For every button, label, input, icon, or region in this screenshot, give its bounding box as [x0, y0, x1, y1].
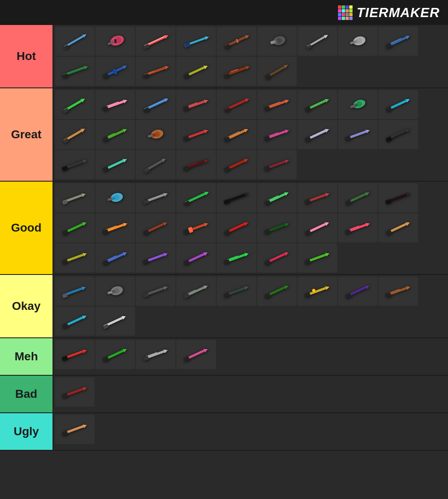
list-item[interactable]: [378, 120, 418, 149]
list-item[interactable]: [257, 277, 297, 306]
list-item[interactable]: [176, 340, 216, 369]
list-item[interactable]: [55, 120, 95, 149]
list-item[interactable]: [136, 90, 175, 119]
list-item[interactable]: [338, 277, 378, 306]
list-item[interactable]: [217, 243, 256, 272]
list-item[interactable]: [176, 90, 216, 119]
list-item[interactable]: [95, 120, 135, 149]
list-item[interactable]: [176, 120, 216, 149]
list-item[interactable]: [217, 150, 256, 179]
list-item[interactable]: [338, 27, 378, 56]
list-item[interactable]: [95, 277, 135, 306]
tier-items-hot: [53, 25, 448, 87]
list-item[interactable]: [136, 340, 175, 369]
list-item[interactable]: [55, 307, 95, 336]
list-item[interactable]: [55, 150, 95, 179]
list-item[interactable]: [95, 307, 135, 336]
list-item[interactable]: [55, 90, 95, 119]
list-item[interactable]: [176, 277, 216, 306]
list-item[interactable]: [95, 90, 135, 119]
list-item[interactable]: [257, 57, 297, 86]
tiermaker-logo: TiERMAKER: [357, 5, 440, 20]
list-item[interactable]: [176, 243, 216, 272]
list-item[interactable]: [217, 90, 256, 119]
list-item[interactable]: [338, 183, 378, 212]
list-item[interactable]: [378, 277, 418, 306]
list-item[interactable]: [298, 183, 337, 212]
list-item[interactable]: [217, 120, 256, 149]
logo-pixel: [349, 9, 353, 12]
logo-pixel: [345, 17, 349, 20]
tier-label-meh: Meh: [0, 338, 53, 375]
list-item[interactable]: [136, 213, 175, 242]
tier-row-good: Good: [0, 182, 448, 275]
list-item[interactable]: [136, 183, 175, 212]
list-item[interactable]: [217, 27, 256, 56]
list-item[interactable]: [257, 90, 297, 119]
list-item[interactable]: [378, 90, 418, 119]
list-item[interactable]: [298, 213, 337, 242]
list-item[interactable]: [55, 277, 95, 306]
list-item[interactable]: [55, 57, 95, 86]
list-item[interactable]: [176, 213, 216, 242]
list-item[interactable]: [338, 213, 378, 242]
list-item[interactable]: [217, 213, 256, 242]
list-item[interactable]: [257, 213, 297, 242]
list-item[interactable]: [176, 57, 216, 86]
list-item[interactable]: [95, 183, 135, 212]
list-item[interactable]: [257, 150, 297, 179]
logo-pixel: [338, 17, 341, 20]
list-item[interactable]: [95, 340, 135, 369]
list-item[interactable]: [217, 57, 256, 86]
list-item[interactable]: [378, 183, 418, 212]
list-item[interactable]: [176, 183, 216, 212]
list-item[interactable]: [55, 213, 95, 242]
logo-pixel: [342, 17, 345, 20]
logo-pixel: [342, 5, 345, 9]
logo-pixel: [345, 13, 349, 16]
tier-table: Hot: [0, 25, 448, 451]
list-item[interactable]: [136, 150, 175, 179]
list-item[interactable]: [338, 120, 378, 149]
list-item[interactable]: [378, 27, 418, 56]
list-item[interactable]: [136, 27, 175, 56]
list-item[interactable]: [95, 57, 135, 86]
list-item[interactable]: [136, 120, 175, 149]
list-item[interactable]: [176, 150, 216, 179]
logo-pixel: [342, 9, 345, 12]
list-item[interactable]: [136, 243, 175, 272]
list-item[interactable]: [95, 213, 135, 242]
tier-items-great: [53, 88, 448, 181]
list-item[interactable]: [136, 57, 175, 86]
list-item[interactable]: [55, 415, 95, 444]
list-item[interactable]: [95, 27, 135, 56]
list-item[interactable]: [338, 90, 378, 119]
list-item[interactable]: [55, 27, 95, 56]
list-item[interactable]: [298, 90, 337, 119]
list-item[interactable]: [298, 120, 337, 149]
list-item[interactable]: [378, 213, 418, 242]
list-item[interactable]: [176, 27, 216, 56]
list-item[interactable]: [95, 150, 135, 179]
list-item[interactable]: [55, 183, 95, 212]
list-item[interactable]: [257, 183, 297, 212]
list-item[interactable]: [298, 277, 337, 306]
tier-items-bad: [53, 376, 448, 412]
list-item[interactable]: [257, 243, 297, 272]
list-item[interactable]: [298, 243, 337, 272]
tier-row-meh: Meh: [0, 338, 448, 376]
logo-pixel: [349, 13, 353, 16]
logo-grid: [338, 5, 353, 20]
list-item[interactable]: [298, 27, 337, 56]
list-item[interactable]: [257, 27, 297, 56]
list-item[interactable]: [55, 243, 95, 272]
list-item[interactable]: [55, 340, 95, 369]
list-item[interactable]: [217, 277, 256, 306]
list-item[interactable]: [95, 243, 135, 272]
list-item[interactable]: [136, 277, 175, 306]
list-item[interactable]: [217, 183, 256, 212]
list-item[interactable]: [55, 377, 95, 407]
tier-label-bad: Bad: [0, 376, 53, 412]
logo-pixel: [342, 13, 345, 16]
list-item[interactable]: [257, 120, 297, 149]
